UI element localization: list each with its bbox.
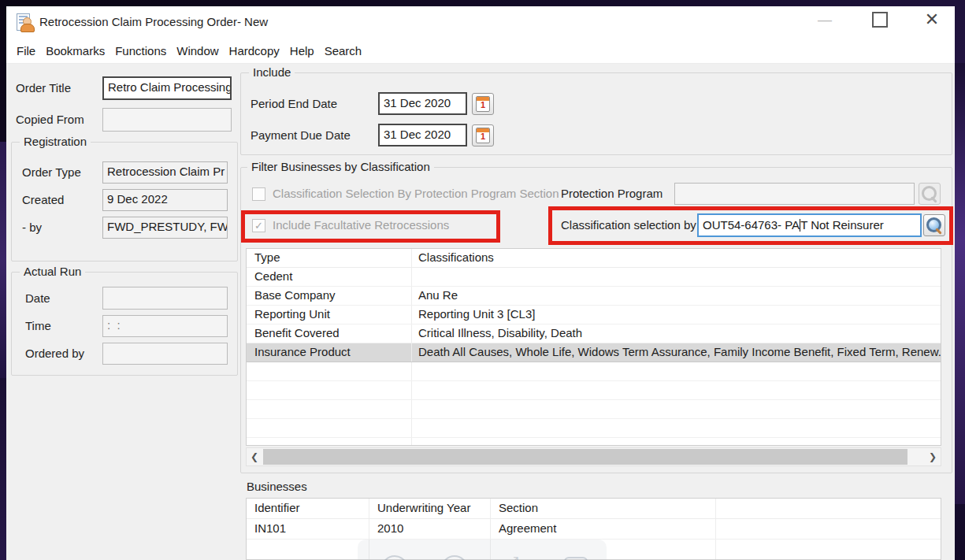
menu-bar: File Bookmarks Functions Window Hardcopy… — [6, 38, 955, 64]
order-title-field[interactable]: Retro Claim Processing — [102, 76, 232, 100]
period-end-date-label: Period End Date — [251, 92, 337, 115]
search-icon — [922, 186, 937, 202]
menu-window[interactable]: Window — [176, 44, 218, 57]
overlay-zoom-icon — [441, 555, 468, 560]
column-header-identifier[interactable]: Identifier — [247, 499, 369, 518]
checkmark-icon: ✓ — [254, 220, 263, 232]
table-row-insurance-product-selected[interactable]: Insurance Product Death All Causes, Whol… — [247, 343, 941, 362]
minimize-button[interactable]: — — [811, 6, 838, 33]
calendar-icon: 1 — [476, 96, 490, 112]
close-icon: ✕ — [925, 9, 939, 30]
table-row-empty[interactable] — [247, 362, 941, 381]
occ-search-button[interactable] — [923, 214, 945, 236]
table-row-empty[interactable] — [247, 381, 941, 400]
created-label: Created — [22, 189, 64, 211]
occ-input[interactable]: OUT54-64763- PAT Not Reinsurer — [697, 213, 922, 237]
filter-group-title: Filter Businesses by Classification — [247, 160, 434, 173]
table-row-base-company[interactable]: Base Company Anu Re — [247, 287, 941, 306]
window-title: Retrocession Claim Processing Order- New — [39, 6, 268, 38]
created-by-label: - by — [22, 217, 42, 239]
horizontal-scrollbar[interactable]: ❮ ❯ — [246, 447, 941, 466]
menu-file[interactable]: File — [17, 44, 35, 57]
menu-search[interactable]: Search — [325, 44, 362, 57]
run-time-field: : : — [102, 315, 228, 337]
pp-section-checkbox-label: Classification Selection By Protection P… — [273, 183, 559, 205]
table-row-business[interactable]: IN101 2010 Agreement — [247, 519, 941, 540]
search-icon — [926, 217, 942, 233]
maximize-icon — [872, 12, 888, 28]
facultative-checkbox[interactable]: ✓ — [252, 219, 265, 232]
protection-program-field — [674, 183, 915, 205]
order-title-label: Order Title — [16, 76, 71, 99]
businesses-table-header: Identifier Underwriting Year Section — [247, 499, 941, 519]
overlay-window-icon — [564, 557, 588, 560]
facultative-checkbox-label: Include Facultative Retrocessions — [273, 214, 449, 236]
maximize-button[interactable] — [867, 6, 893, 33]
payment-due-date-label: Payment Due Date — [251, 124, 351, 146]
menu-bookmarks[interactable]: Bookmarks — [46, 44, 105, 57]
copied-from-label: Copied From — [16, 108, 84, 131]
classification-table-header: Type Classifications — [247, 249, 941, 268]
ordered-by-label: Ordered by — [25, 343, 84, 365]
businesses-title: Businesses — [247, 480, 307, 493]
run-date-field — [102, 287, 228, 310]
table-row-empty[interactable] — [247, 438, 941, 446]
desktop-streak — [955, 63, 965, 504]
protection-program-search-button — [919, 183, 941, 205]
created-field: 9 Dec 2022 — [102, 189, 228, 211]
column-header-type[interactable]: Type — [247, 249, 412, 267]
payment-due-date-field[interactable]: 31 Dec 2020 — [378, 124, 467, 146]
period-end-calendar-button[interactable]: 1 — [472, 93, 494, 115]
column-header-underwriting-year[interactable]: Underwriting Year — [369, 499, 491, 518]
created-by-field: FWD_PRESTUDY, FW — [102, 217, 228, 239]
title-bar[interactable]: Retrocession Claim Processing Order- New… — [6, 6, 955, 38]
table-row-benefit-covered[interactable]: Benefit Covered Critical Illness, Disabi… — [247, 325, 941, 343]
period-end-date-field[interactable]: 31 Dec 2020 — [378, 92, 467, 115]
app-icon — [17, 13, 34, 32]
table-row-reporting-unit[interactable]: Reporting Unit Reporting Unit 3 [CL3] — [247, 306, 941, 325]
desktop-background: Retrocession Claim Processing Order- New… — [0, 0, 965, 560]
registration-group-title: Registration — [20, 135, 91, 148]
overlay-toolbar: ⤢ — [358, 540, 607, 560]
chevron-right-icon: ❯ — [929, 451, 937, 462]
classification-table: Type Classifications Cedent Base Company… — [246, 248, 941, 446]
actual-run-group-title: Actual Run — [20, 265, 85, 278]
column-header-section[interactable]: Section — [491, 499, 716, 518]
chevron-left-icon: ❮ — [251, 451, 258, 462]
run-time-label: Time — [25, 315, 51, 337]
table-row-empty[interactable] — [247, 419, 941, 438]
payment-due-calendar-button[interactable]: 1 — [472, 124, 494, 146]
overlay-expand-icon: ⤢ — [506, 554, 523, 560]
ordered-by-field — [102, 343, 228, 365]
pp-section-checkbox — [252, 187, 265, 201]
menu-hardcopy[interactable]: Hardcopy — [229, 44, 280, 57]
close-button[interactable]: ✕ — [919, 6, 945, 33]
copied-from-field — [102, 108, 232, 132]
run-date-label: Date — [25, 287, 50, 310]
menu-functions[interactable]: Functions — [115, 44, 166, 57]
menu-help[interactable]: Help — [290, 44, 314, 57]
table-row-empty[interactable] — [247, 400, 941, 419]
minimize-icon: — — [818, 12, 832, 28]
order-type-label: Order Type — [22, 161, 81, 184]
app-window: Retrocession Claim Processing Order- New… — [6, 6, 955, 560]
overlay-circle-icon — [381, 555, 408, 560]
calendar-icon: 1 — [476, 128, 490, 143]
scroll-left-arrow[interactable]: ❮ — [247, 448, 262, 465]
include-group-title: Include — [249, 65, 295, 79]
table-row-cedent[interactable]: Cedent — [247, 268, 941, 287]
order-type-field: Retrocession Claim Pr — [102, 161, 228, 184]
scrollbar-thumb[interactable] — [263, 449, 907, 465]
desktop-streak — [0, 142, 6, 378]
protection-program-label: Protection Program — [561, 183, 663, 205]
column-header-classifications[interactable]: Classifications — [412, 249, 941, 267]
scroll-right-arrow[interactable]: ❯ — [925, 448, 941, 465]
